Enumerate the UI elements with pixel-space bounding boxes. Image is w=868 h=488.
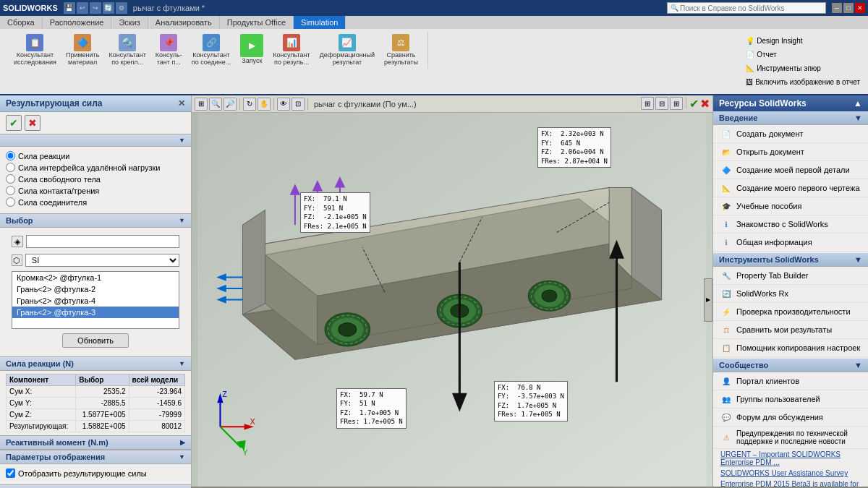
rp-link-survey[interactable]: SOLIDWORKS User Assistance Survey (713, 468, 868, 479)
viewport-collapse-handle[interactable]: ▶ (704, 278, 712, 322)
radio-contact-friction[interactable]: Сила контакта/трения (6, 186, 185, 195)
vt-zoom-in[interactable]: 🔍 (209, 98, 222, 111)
redo-icon[interactable]: ↪ (90, 2, 101, 14)
force-label-3-line-2: FY: 51 N (340, 399, 403, 408)
vt-view[interactable]: 👁 (277, 98, 290, 111)
rp-item-sw-rx[interactable]: 🔄 SolidWorks Rx (713, 285, 868, 303)
radio-free-body[interactable]: Сила свободного тела (6, 174, 185, 184)
ribbon-btn-fastener-label: Консультантпо крепл... (109, 52, 145, 67)
copy-settings-icon: 📋 (720, 342, 732, 354)
rp-item-tutorials[interactable]: 🎓 Учебные пособия (713, 197, 868, 215)
ribbon-btn-material-label: Применитьматериал (66, 52, 100, 67)
tab-office[interactable]: Продукты Office (220, 16, 294, 29)
minimize-button[interactable]: ─ (832, 3, 842, 13)
ribbon-btn-connect[interactable]: 🔗 Консультантпо соедине... (188, 32, 235, 69)
rp-item-property-tab[interactable]: 🔧 Property Tab Builder (713, 267, 868, 285)
ribbon-btn-result-consultant[interactable]: 📊 Консультантпо резуль... (269, 32, 313, 69)
ribbon-btn-run[interactable]: ▶ Запуск (237, 32, 267, 69)
list-item-2[interactable]: Грань<2> @фтулка-2 (12, 283, 179, 295)
rebuild-icon[interactable]: 🔄 (103, 2, 114, 14)
tab-sketch[interactable]: Эскиз (111, 16, 148, 29)
ribbon-btn-material[interactable]: 🔷 Применитьматериал (62, 32, 103, 69)
choice-dropdown-row: ⬡ SI English Metric (6, 251, 185, 270)
tab-analyze[interactable]: Анализировать (148, 16, 220, 29)
vt-rotate[interactable]: ↻ (243, 98, 256, 111)
close-button[interactable]: ✕ (855, 3, 865, 13)
rp-item-intro-sw[interactable]: ℹ Знакомство с SolidWorks (713, 215, 868, 234)
ribbon-btn-fastener[interactable]: 🔩 Консультантпо крепл... (105, 32, 149, 69)
col-component: Компонент (7, 374, 76, 386)
vt-pan[interactable]: ✋ (258, 98, 271, 111)
vt-expand[interactable]: ⊞ (641, 97, 654, 110)
list-item-3[interactable]: Грань<2> @фтулка-4 (12, 295, 179, 307)
rp-item-open-doc[interactable]: 📂 Открыть документ (713, 143, 868, 161)
include-image-btn[interactable]: 🖼 Включить изображение в отчет (742, 76, 864, 88)
choice-text-input[interactable] (26, 235, 179, 248)
rp-item-performance[interactable]: ⚡ Проверка производительности (713, 303, 868, 321)
vt-zoom-fit[interactable]: ⊞ (195, 98, 208, 111)
update-button[interactable]: Обновить (62, 333, 129, 348)
units-dropdown[interactable]: SI English Metric (25, 254, 179, 267)
options-icon[interactable]: ⚙ (116, 2, 127, 14)
rp-item-user-groups[interactable]: 👥 Группы пользователей (713, 390, 868, 408)
tab-assembly[interactable]: Сборка (0, 16, 43, 29)
rp-item-first-part[interactable]: 🔷 Создание моей первой детали (713, 161, 868, 179)
list-item-1[interactable]: Кромка<2> @фтулка-1 (12, 272, 179, 283)
col-model: всей модели (129, 374, 184, 386)
rp-link-edpm-beta3[interactable]: Enterprise PDM 2015 Beta3 is available f… (713, 479, 868, 487)
vt-sep-4 (686, 97, 686, 108)
rp-item-general-info[interactable]: ℹ Общая информация (713, 234, 868, 252)
cancel-button[interactable]: ✖ (25, 115, 41, 131)
save-icon[interactable]: 💾 (64, 2, 75, 14)
reaction-forces-header[interactable]: ▼ (0, 134, 191, 147)
search-input[interactable] (680, 4, 810, 12)
force-label-4-line-2: FY: -3.57e+003 N (498, 392, 564, 401)
reaction-table-header[interactable]: Сила реакции (N) ▼ (0, 356, 191, 371)
undo-icon[interactable]: ↩ (77, 2, 88, 14)
panel-close-button[interactable]: ✕ (178, 98, 185, 108)
accept-icon[interactable]: ✔ (689, 97, 699, 111)
rp-item-copy-settings[interactable]: 📋 Помощник копирования настроек (713, 339, 868, 357)
epyur-label: Инструменты эпюр (757, 64, 821, 72)
rp-section-intro-title[interactable]: Введение ▼ (713, 111, 868, 125)
run-icon: ▶ (240, 34, 263, 57)
rp-section-tools-title[interactable]: Инструменты SolidWorks ▼ (713, 253, 868, 267)
vt-section[interactable]: ⊡ (292, 98, 305, 111)
rp-section-community-title[interactable]: Сообщество ▼ (713, 359, 868, 372)
rp-item-warnings[interactable]: ⚠ Предупреждения по технической поддержк… (713, 427, 868, 449)
right-panel-expand-icon[interactable]: ▲ (854, 98, 862, 108)
ribbon-btn-consultant[interactable]: 📋 Консультантисследования (10, 32, 60, 69)
rp-item-compare-results[interactable]: ⚖ Сравнить мои результаты (713, 321, 868, 339)
epyur-btn[interactable]: 📐 Инструменты эпюр (742, 62, 864, 74)
report-btn[interactable]: 📄 Отчет (742, 48, 864, 61)
maximize-button[interactable]: □ (843, 3, 854, 13)
list-item-4[interactable]: Грань<2> @фтулка-3 (12, 307, 179, 318)
cell-comp-3: Сум Z: (7, 409, 76, 421)
vt-split-h[interactable]: ⊟ (655, 97, 668, 110)
tab-layout[interactable]: Расположение (43, 16, 112, 29)
design-insight-btn[interactable]: 💡 Design Insight (742, 35, 864, 47)
ribbon-btn-compare[interactable]: ⚖ Сравнитьрезультаты (380, 32, 422, 69)
rp-item-forum[interactable]: 💬 Форум для обсуждения (713, 408, 868, 427)
rp-item-create-doc[interactable]: 📄 Создать документ (713, 125, 868, 143)
choice-header[interactable]: Выбор ▼ (0, 213, 191, 228)
ribbon-btn-load[interactable]: 📌 Консуль-тант п... (152, 32, 186, 69)
vt-sep-2 (273, 98, 274, 110)
rp-item-customer-portal[interactable]: 👤 Портал клиентов (713, 372, 868, 390)
reaction-table-section: Компонент Выбор всей модели Сум X: 2535.… (0, 371, 191, 435)
reactive-moment-header[interactable]: Реактивный момент (N.m) ▶ (0, 435, 191, 450)
vt-split-v[interactable]: ⊞ (670, 97, 683, 110)
radio-remote-load[interactable]: Сила интерфейса удалённой нагрузки (6, 163, 185, 172)
tab-simulation[interactable]: Simulation (294, 16, 346, 29)
vt-zoom-out[interactable]: 🔎 (224, 98, 237, 111)
radio-connector-force[interactable]: Сила соединителя (6, 197, 185, 207)
rp-link-urgent[interactable]: URGENT – Important SOLIDWORKS Enterprise… (713, 449, 868, 468)
display-result-forces-check[interactable]: Отобразить результирующие силы (6, 468, 185, 478)
reject-icon[interactable]: ✖ (700, 97, 710, 111)
rp-item-first-drawing[interactable]: 📐 Создание моего первого чертежа (713, 179, 868, 197)
ribbon-btn-deform[interactable]: 📈 Деформационныйрезультат (316, 32, 378, 69)
viewport-3d[interactable]: Z X Y FX: 2.32e+003 N FY: 645 N FZ: 2.06… (192, 113, 712, 487)
confirm-button[interactable]: ✔ (6, 115, 22, 131)
radio-reaction-force[interactable]: Сила реакции (6, 151, 185, 160)
display-params-header[interactable]: Параметры отображения ▼ (0, 450, 191, 464)
